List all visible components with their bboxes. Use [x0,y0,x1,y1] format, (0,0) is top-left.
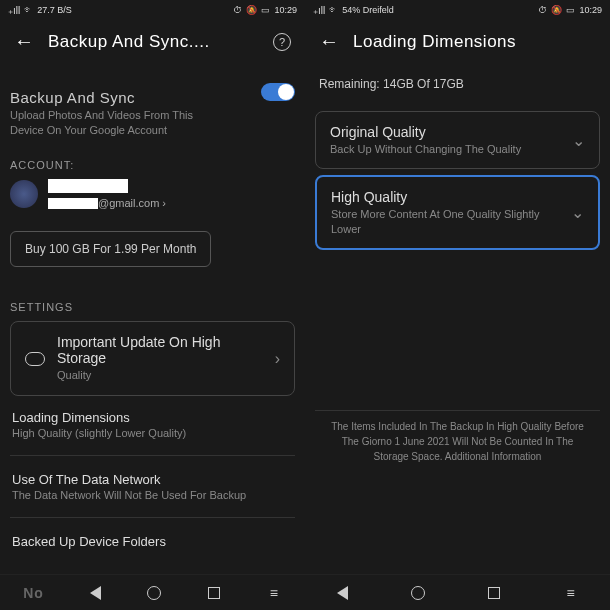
page-title: Loading Dimensions [353,32,596,52]
loading-dimensions-item[interactable]: Loading Dimensions High Quality (slightl… [10,402,295,447]
device-folders-item[interactable]: Backed Up Device Folders [10,526,295,559]
original-quality-option[interactable]: Original Quality Back Up Without Changin… [315,111,600,169]
chevron-right-icon: › [275,350,280,368]
backup-toggle[interactable] [261,83,295,101]
remaining-storage: Remaining: 14GB Of 17GB [315,63,600,105]
nav-home-icon[interactable] [411,586,425,600]
divider [10,455,295,456]
backup-heading: Backup And Sync [10,89,261,106]
chevron-down-icon: ⌄ [571,203,584,222]
footnote: The Items Included In The Backup In High… [315,410,600,472]
settings-label: SETTINGS [10,301,295,313]
nav-bar: No ≡ [0,574,305,610]
nav-bar: ≡ [305,574,610,610]
header: ← Backup And Sync.... ? [0,20,305,63]
chevron-down-icon: ⌄ [572,131,585,150]
net-sub: The Data Network Will Not Be Used For Ba… [12,489,293,501]
opt1-title: Original Quality [330,124,560,140]
page-title: Backup And Sync.... [48,32,259,52]
folders-title: Backed Up Device Folders [12,534,293,549]
signal-icon: ₊ıll [8,5,20,16]
data-network-item[interactable]: Use Of The Data Network The Data Network… [10,464,295,509]
battery-icon: ▭ [566,5,575,15]
header: ← Loading Dimensions [305,20,610,63]
backup-desc2: Device On Your Google Account [10,123,261,138]
back-icon[interactable]: ← [319,30,339,53]
carrier: 54% Dreifeld [342,5,394,15]
backup-desc1: Upload Photos And Videos From This [10,108,261,123]
clock: 10:29 [579,5,602,15]
back-icon[interactable]: ← [14,30,34,53]
account-row[interactable]: @gmail.com › [10,179,295,210]
nav-home-icon[interactable] [147,586,161,600]
screen-backup-sync: ₊ıllᯤ27.7 B/S ⏱🔕▭10:29 ← Backup And Sync… [0,0,305,610]
clock: 10:29 [274,5,297,15]
alarm-icon: ⏱ [233,5,242,15]
account-label: ACCOUNT: [10,159,295,171]
divider [10,517,295,518]
opt2-title: High Quality [331,189,559,205]
avatar [10,180,38,208]
battery-icon: ▭ [261,5,270,15]
account-name-redacted [48,179,128,193]
card-sub: Quality [57,368,263,382]
wifi-icon: ᯤ [24,5,33,15]
backup-sync-toggle-row: Backup And Sync Upload Photos And Videos… [10,75,295,139]
status-bar: ₊ıllᯤ27.7 B/S ⏱🔕▭10:29 [0,0,305,20]
net-speed: 27.7 B/S [37,5,72,15]
nav-recent-icon[interactable] [208,587,220,599]
net-title: Use Of The Data Network [12,472,293,487]
dim-title: Loading Dimensions [12,410,293,425]
wifi-icon: ᯤ [329,5,338,15]
cloud-icon [25,352,45,366]
screen-loading-dimensions: ₊ıllᯤ54% Dreifeld ⏱🔕▭10:29 ← Loading Dim… [305,0,610,610]
nav-menu-icon[interactable]: ≡ [563,585,579,601]
buy-storage-button[interactable]: Buy 100 GB For 1.99 Per Month [10,231,211,267]
account-email: @gmail.com › [48,197,166,210]
dnd-icon: 🔕 [246,5,257,15]
card-title: Important Update On High Storage [57,334,263,366]
dim-sub: High Quality (slightly Lower Quality) [12,427,293,439]
help-icon[interactable]: ? [273,33,291,51]
opt2-sub: Store More Content At One Quality Slight… [331,207,559,236]
opt1-sub: Back Up Without Changing The Quality [330,142,560,156]
nav-menu-icon[interactable]: ≡ [266,585,282,601]
dnd-icon: 🔕 [551,5,562,15]
nav-no: No [23,585,44,601]
alarm-icon: ⏱ [538,5,547,15]
signal-icon: ₊ıll [313,5,325,16]
nav-recent-icon[interactable] [488,587,500,599]
storage-update-card[interactable]: Important Update On High Storage Quality… [10,321,295,395]
nav-back-icon[interactable] [337,586,348,600]
nav-back-icon[interactable] [90,586,101,600]
status-bar: ₊ıllᯤ54% Dreifeld ⏱🔕▭10:29 [305,0,610,20]
high-quality-option[interactable]: High Quality Store More Content At One Q… [315,175,600,250]
